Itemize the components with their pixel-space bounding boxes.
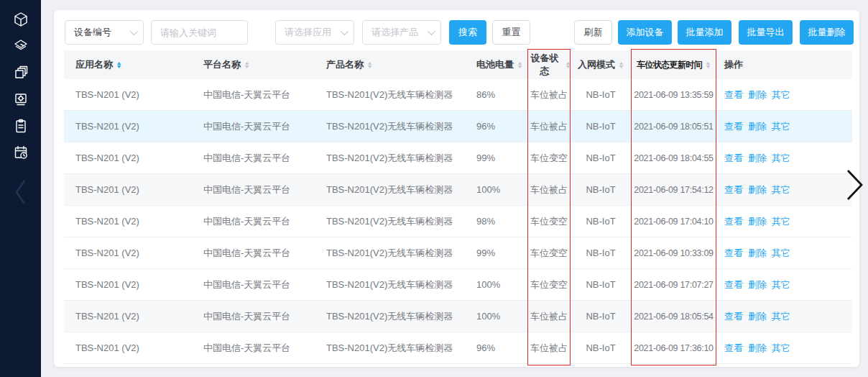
more-link[interactable]: 其它 [772, 153, 790, 163]
column-header-3[interactable]: 电池电量▲▼ [466, 58, 527, 71]
platform-name-cell: 中国电信-天翼云平台 [190, 310, 316, 323]
product-name-cell: TBS-N201(V2)无线车辆检测器 [316, 152, 466, 165]
updated-time-cell: 2021-06-09 18:05:51 [631, 122, 716, 132]
refresh-button[interactable]: 刷新 [574, 20, 612, 45]
column-header-4[interactable]: 设备状态▲▼ [527, 52, 571, 78]
delete-link[interactable]: 删除 [748, 121, 767, 132]
table-body: TBS-N201 (V2)中国电信-天翼云平台TBS-N201(V2)无线车辆检… [64, 79, 852, 364]
app-select[interactable]: 请选择应用 [275, 20, 354, 45]
app-name-cell: TBS-N201 (V2) [64, 153, 190, 163]
device-status-cell: 车位被占 [527, 120, 571, 133]
updated-time-cell: 2021-06-09 17:54:12 [631, 185, 716, 195]
product-name-cell: TBS-N201(V2)无线车辆检测器 [316, 88, 466, 101]
view-link[interactable]: 查看 [724, 121, 743, 132]
actions-cell: 查看删除其它 [716, 247, 852, 260]
delete-link[interactable]: 删除 [748, 247, 767, 258]
chevron-right-icon [846, 168, 864, 201]
app-name-cell: TBS-N201 (V2) [64, 184, 190, 195]
batch-add-button[interactable]: 批量添加 [678, 20, 731, 45]
sidebar-item-cube-icon[interactable] [12, 11, 29, 28]
table-row: TBS-N201 (V2)中国电信-天翼云平台TBS-N201(V2)无线车辆检… [64, 79, 852, 111]
product-select[interactable]: 请选择产品 [362, 20, 441, 45]
column-label: 产品名称 [326, 58, 364, 71]
column-label: 电池电量 [476, 58, 514, 71]
battery-cell: 100% [466, 184, 527, 195]
next-arrow-button[interactable] [846, 168, 864, 204]
delete-link[interactable]: 删除 [748, 342, 767, 353]
product-name-cell: TBS-N201(V2)无线车辆检测器 [316, 183, 466, 196]
product-name-cell: TBS-N201(V2)无线车辆检测器 [316, 247, 466, 260]
delete-link[interactable]: 删除 [748, 311, 767, 322]
more-link[interactable]: 其它 [772, 121, 790, 132]
column-header-0[interactable]: 应用名称▲▼ [64, 58, 190, 71]
sidebar-item-clipboard-icon[interactable] [12, 117, 29, 135]
view-link[interactable]: 查看 [724, 279, 743, 290]
battery-cell: 86% [466, 89, 527, 100]
platform-name-cell: 中国电信-天翼云平台 [190, 183, 316, 196]
delete-link[interactable]: 删除 [748, 153, 767, 163]
battery-cell: 100% [466, 311, 527, 322]
table-row: TBS-N201 (V2)中国电信-天翼云平台TBS-N201(V2)无线车辆检… [64, 206, 852, 237]
updated-time-cell: 2021-06-09 17:07:27 [631, 280, 716, 290]
column-header-5[interactable]: 入网模式▲▼ [571, 58, 631, 71]
table-row: TBS-N201 (V2)中国电信-天翼云平台TBS-N201(V2)无线车辆检… [64, 142, 852, 174]
delete-link[interactable]: 删除 [748, 89, 767, 100]
updated-time-cell: 2021-06-09 13:35:59 [631, 90, 716, 100]
more-link[interactable]: 其它 [772, 184, 790, 195]
sort-caret-icon: ▲▼ [565, 61, 571, 69]
delete-link[interactable]: 删除 [748, 216, 767, 227]
column-header-2[interactable]: 产品名称▲▼ [316, 58, 466, 71]
more-link[interactable]: 其它 [772, 311, 790, 322]
view-link[interactable]: 查看 [724, 342, 743, 353]
device-status-cell: 车位变空 [527, 152, 571, 165]
batch-delete-button[interactable]: 批量删除 [800, 20, 854, 45]
actions-cell: 查看删除其它 [716, 88, 852, 101]
more-link[interactable]: 其它 [772, 342, 790, 353]
more-link[interactable]: 其它 [772, 89, 790, 100]
app-name-cell: TBS-N201 (V2) [64, 311, 190, 322]
column-label: 操作 [724, 58, 743, 71]
device-status-cell: 车位变空 [527, 278, 571, 291]
view-link[interactable]: 查看 [724, 184, 743, 195]
product-select-placeholder: 请选择产品 [371, 26, 418, 39]
battery-cell: 100% [466, 279, 527, 290]
column-header-7: 操作 [716, 58, 852, 71]
platform-name-cell: 中国电信-天翼云平台 [190, 278, 316, 291]
sidebar-item-monitor-gear-icon[interactable] [12, 91, 29, 108]
add-device-button[interactable]: 添加设备 [618, 20, 672, 45]
view-link[interactable]: 查看 [724, 89, 743, 100]
updated-time-cell: 2021-06-09 17:04:10 [631, 217, 716, 227]
view-link[interactable]: 查看 [724, 311, 743, 322]
delete-link[interactable]: 删除 [748, 184, 767, 195]
more-link[interactable]: 其它 [772, 247, 790, 258]
column-label: 车位状态更新时间 [637, 59, 702, 71]
chevron-left-icon [13, 178, 29, 206]
sidebar-item-layers-icon[interactable] [12, 37, 29, 55]
table-header-row: 应用名称▲▼平台名称▲▼产品名称▲▼电池电量▲▼设备状态▲▼入网模式▲▼车位状态… [64, 50, 852, 79]
search-button[interactable]: 搜索 [449, 20, 486, 45]
product-name-cell: TBS-N201(V2)无线车辆检测器 [316, 278, 466, 291]
view-link[interactable]: 查看 [724, 216, 743, 227]
sidebar-item-copies-icon[interactable] [12, 64, 29, 81]
column-header-6[interactable]: 车位状态更新时间▲▼ [631, 59, 716, 71]
table-row: TBS-N201 (V2)中国电信-天翼云平台TBS-N201(V2)无线车辆检… [64, 174, 852, 206]
more-link[interactable]: 其它 [772, 216, 790, 227]
view-link[interactable]: 查看 [724, 247, 743, 258]
device-status-cell: 车位变空 [527, 215, 571, 228]
more-link[interactable]: 其它 [772, 279, 790, 290]
sidebar-collapse-button[interactable] [13, 178, 29, 209]
reset-button[interactable]: 重置 [492, 20, 530, 45]
keyword-input[interactable] [151, 20, 248, 45]
sidebar-item-calendar-clock-icon[interactable] [12, 144, 29, 161]
batch-export-button[interactable]: 批量导出 [739, 20, 793, 45]
network-mode-cell: NB-IoT [571, 89, 631, 100]
network-mode-cell: NB-IoT [571, 247, 631, 258]
field-type-select[interactable]: 设备编号 [65, 20, 144, 45]
network-mode-cell: NB-IoT [571, 121, 631, 132]
sort-caret-icon: ▲▼ [619, 61, 624, 69]
view-link[interactable]: 查看 [724, 153, 743, 163]
column-label: 应用名称 [75, 58, 113, 71]
updated-time-cell: 2021-06-09 18:05:54 [631, 312, 716, 322]
delete-link[interactable]: 删除 [748, 279, 767, 290]
column-header-1[interactable]: 平台名称▲▼ [190, 58, 316, 71]
